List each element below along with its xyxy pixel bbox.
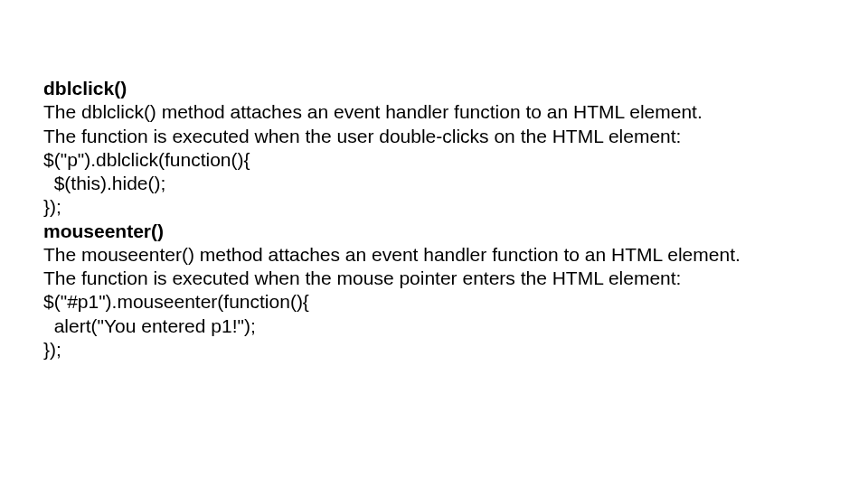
code-dblclick-1: $("p").dblclick(function(){ <box>43 148 825 172</box>
code-dblclick-3: }); <box>43 195 825 219</box>
slide-content: dblclick() The dblclick() method attache… <box>0 0 868 361</box>
code-mouseenter-1: $("#p1").mouseenter(function(){ <box>43 290 825 314</box>
text-dblclick-desc1: The dblclick() method attaches an event … <box>43 100 825 124</box>
text-mouseenter-desc2: The function is executed when the mouse … <box>43 267 825 290</box>
text-mouseenter-desc1: The mouseenter() method attaches an even… <box>43 243 825 267</box>
text-dblclick-desc2: The function is executed when the user d… <box>43 125 825 148</box>
code-mouseenter-2: alert("You entered p1!"); <box>43 314 825 338</box>
heading-mouseenter: mouseenter() <box>43 220 825 243</box>
heading-dblclick: dblclick() <box>43 77 825 100</box>
code-dblclick-2: $(this).hide(); <box>43 172 825 195</box>
code-mouseenter-3: }); <box>43 338 825 361</box>
